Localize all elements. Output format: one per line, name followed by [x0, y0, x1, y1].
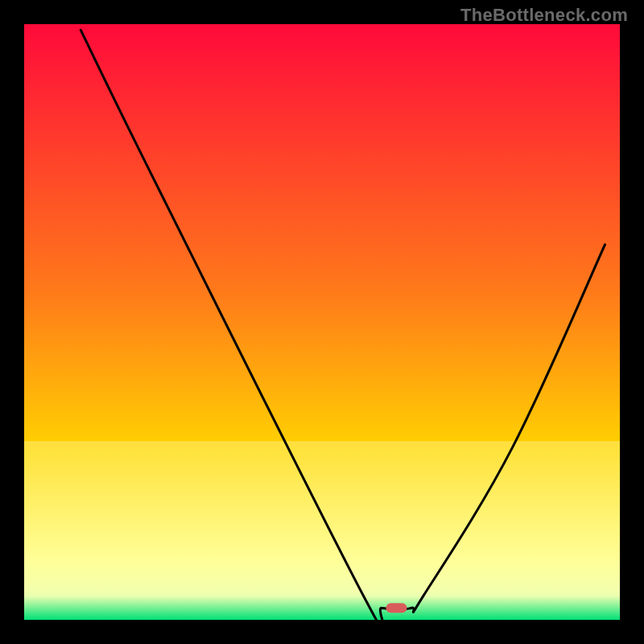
chart-frame: TheBottleneck.com — [0, 0, 644, 644]
plot-area — [24, 24, 620, 637]
bottleneck-chart — [0, 0, 644, 644]
optimal-marker — [386, 603, 407, 613]
